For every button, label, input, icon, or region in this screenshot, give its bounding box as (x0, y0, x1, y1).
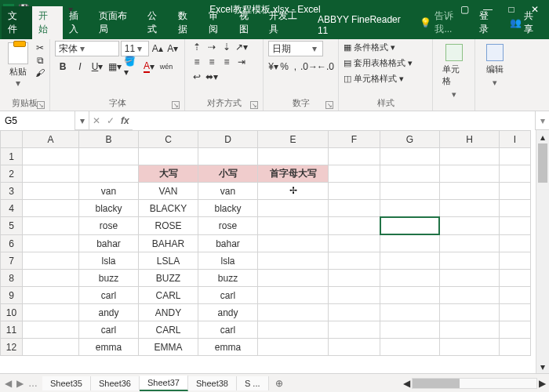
cell[interactable]: bahar (79, 235, 139, 252)
cell[interactable]: BLACKY (139, 200, 198, 217)
row-header[interactable]: 11 (1, 321, 23, 339)
cell[interactable]: emma (79, 339, 139, 356)
active-cell[interactable] (380, 217, 439, 234)
align-top-icon[interactable]: ⇡ (190, 41, 204, 53)
spreadsheet-grid[interactable]: A B C D E F G H I 1 2 大写 小写 首字母大写 3 van … (0, 130, 531, 356)
wrap-text-icon[interactable]: ↩ (190, 71, 204, 83)
col-header[interactable]: C (139, 131, 198, 148)
hscroll-left-icon[interactable]: ◀ (403, 378, 410, 389)
format-painter-icon[interactable]: 🖌 (34, 67, 46, 78)
cell-styles-button[interactable]: ◫单元格样式▾ (344, 72, 427, 85)
cell[interactable]: lsla (79, 252, 139, 270)
tab-view[interactable]: 视图 (233, 6, 264, 39)
editing-button[interactable]: 编辑 ▾ (480, 41, 510, 107)
font-size-select[interactable]: 11▾ (121, 41, 149, 56)
cell[interactable]: BUZZ (139, 270, 198, 287)
scroll-up-icon[interactable]: ▴ (536, 130, 549, 143)
number-format-select[interactable]: 日期▾ (268, 41, 323, 56)
col-header[interactable]: B (79, 131, 139, 148)
cell[interactable]: VAN (139, 183, 198, 200)
tab-layout[interactable]: 页面布局 (93, 6, 141, 39)
cell[interactable]: 首字母大写 (258, 165, 329, 183)
name-box-dropdown-icon[interactable]: ▾ (75, 111, 89, 129)
scroll-down-icon[interactable]: ▾ (536, 360, 549, 373)
cell[interactable]: andy (198, 304, 258, 321)
phonetic-icon[interactable]: wén (158, 59, 174, 74)
cell[interactable]: emma (198, 339, 258, 356)
cancel-fx-icon[interactable]: ✕ (93, 115, 100, 126)
row-header[interactable]: 2 (1, 165, 23, 183)
tab-list-icon[interactable]: … (28, 378, 38, 389)
vertical-scrollbar[interactable]: ▴ ▾ (536, 130, 549, 373)
conditional-format-button[interactable]: ▦条件格式▾ (344, 41, 427, 54)
paste-button[interactable]: 粘贴 ▾ (5, 41, 31, 96)
cell[interactable]: LSLA (139, 252, 198, 270)
expand-formula-bar-icon[interactable]: ▾ (535, 111, 549, 129)
font-color-icon[interactable]: A▾ (141, 59, 157, 74)
cell[interactable]: 大写 (139, 165, 198, 183)
orientation-icon[interactable]: ↗▾ (235, 41, 249, 53)
format-as-table-button[interactable]: ▤套用表格格式▾ (344, 56, 427, 70)
dialog-launcher-icon[interactable]: ↘ (172, 101, 180, 109)
share-button[interactable]: 👥共享 (504, 6, 547, 39)
col-header[interactable]: E (258, 131, 329, 148)
decrease-font-icon[interactable]: A▾ (166, 41, 180, 56)
cell[interactable]: EMMA (139, 339, 198, 356)
tab-review[interactable]: 审阅 (202, 6, 233, 39)
enter-fx-icon[interactable]: ✓ (107, 115, 115, 126)
cell[interactable]: carl (79, 287, 139, 304)
tab-prev-icon[interactable]: ◀ (5, 378, 12, 389)
tab-file[interactable]: 文件 (2, 6, 32, 39)
underline-icon[interactable]: U▾ (89, 59, 105, 74)
row-header[interactable]: 8 (1, 270, 23, 287)
hscroll-right-icon[interactable]: ▶ (539, 378, 546, 389)
col-header[interactable]: A (23, 131, 79, 148)
fill-color-icon[interactable]: 🪣▾ (124, 59, 140, 74)
row-header[interactable]: 1 (1, 148, 23, 165)
cell[interactable]: carl (198, 287, 258, 304)
tab-insert[interactable]: 插入 (63, 6, 93, 39)
tell-me[interactable]: 💡告诉我... (415, 6, 473, 39)
increase-font-icon[interactable]: A▴ (151, 41, 165, 56)
sheet-tab[interactable]: Sheet37 (140, 376, 188, 391)
cell[interactable]: 小写 (198, 165, 258, 183)
cell[interactable]: ANDY (139, 304, 198, 321)
col-header[interactable]: H (440, 131, 500, 148)
row-header[interactable]: 10 (1, 304, 23, 321)
cut-icon[interactable]: ✂ (34, 42, 46, 53)
dialog-launcher-icon[interactable]: ↘ (325, 101, 333, 109)
tab-home[interactable]: 开始 (32, 6, 63, 39)
scroll-thumb[interactable] (413, 379, 460, 388)
cell[interactable]: BAHAR (139, 235, 198, 252)
align-left-icon[interactable]: ≡ (190, 56, 204, 68)
tab-formulas[interactable]: 公式 (141, 6, 172, 39)
col-header[interactable]: D (198, 131, 258, 148)
cell[interactable]: van (198, 183, 258, 200)
cell[interactable]: andy (79, 304, 139, 321)
col-header[interactable]: F (329, 131, 380, 148)
tab-abbyy[interactable]: ABBYY FineReader 11 (311, 11, 415, 39)
increase-decimal-icon[interactable]: .0→ (301, 59, 317, 74)
align-middle-icon[interactable]: ⇢ (205, 41, 219, 53)
row-header[interactable]: 12 (1, 339, 23, 356)
row-header[interactable]: 3 (1, 183, 23, 200)
cell[interactable]: lsla (198, 252, 258, 270)
row-header[interactable]: 7 (1, 252, 23, 270)
chevron-down-icon[interactable]: ▾ (13, 78, 23, 89)
italic-icon[interactable]: I (72, 59, 88, 74)
copy-icon[interactable]: ⧉ (34, 55, 46, 66)
formula-bar[interactable] (133, 111, 535, 130)
new-sheet-icon[interactable]: ⊕ (269, 378, 289, 389)
tab-data[interactable]: 数据 (172, 6, 202, 39)
cell[interactable]: rose (79, 217, 139, 235)
col-header[interactable]: I (500, 131, 531, 148)
currency-icon[interactable]: ¥▾ (268, 59, 278, 74)
select-all-corner[interactable] (1, 131, 23, 148)
row-header[interactable]: 6 (1, 235, 23, 252)
cells-button[interactable]: 单元格 ▾ (438, 41, 470, 107)
font-name-select[interactable]: 宋体▾ (55, 41, 119, 56)
row-header[interactable]: 9 (1, 287, 23, 304)
cell[interactable]: CARL (139, 321, 198, 339)
cell[interactable]: carl (198, 321, 258, 339)
cell[interactable] (258, 183, 329, 200)
